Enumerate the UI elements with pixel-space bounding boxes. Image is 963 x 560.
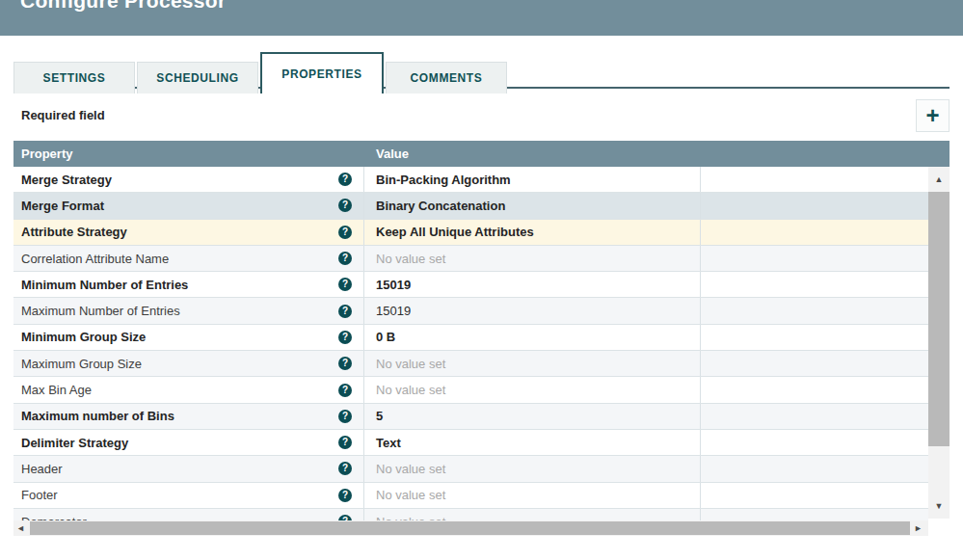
- property-name: Correlation Attribute Name: [21, 252, 338, 266]
- property-value-cell[interactable]: No value set: [364, 246, 701, 271]
- table-row[interactable]: Minimum Number of Entries ? 15019: [13, 272, 928, 298]
- property-name: Maximum Number of Entries: [21, 304, 338, 318]
- property-name: Max Bin Age: [21, 383, 338, 397]
- tab-settings[interactable]: SETTINGS: [13, 62, 135, 93]
- property-name-cell: Footer ?: [13, 483, 364, 508]
- property-name: Header: [21, 462, 338, 476]
- help-icon[interactable]: ?: [338, 489, 352, 502]
- horizontal-scrollbar-thumb[interactable]: [30, 521, 910, 535]
- property-name-cell: Delimiter Strategy ?: [13, 430, 364, 455]
- property-name: Maximum Group Size: [21, 357, 338, 371]
- table-row[interactable]: Correlation Attribute Name ? No value se…: [13, 246, 928, 272]
- help-icon[interactable]: ?: [338, 410, 352, 423]
- property-value: No value set: [376, 462, 445, 476]
- vertical-scrollbar[interactable]: ▲ ▼: [928, 167, 950, 519]
- help-icon[interactable]: ?: [338, 226, 352, 239]
- property-name-cell: Maximum number of Bins ?: [13, 404, 364, 429]
- property-name-cell: Minimum Group Size ?: [13, 325, 364, 350]
- property-name-cell: Merge Format ?: [13, 193, 364, 218]
- row-filler: [701, 483, 928, 508]
- table-row[interactable]: Maximum Group Size ? No value set: [13, 351, 928, 377]
- row-filler: [701, 246, 928, 271]
- scroll-right-icon[interactable]: ►: [914, 520, 923, 536]
- horizontal-scrollbar[interactable]: ◄ ►: [13, 520, 928, 536]
- help-icon[interactable]: ?: [338, 331, 352, 344]
- table-header-row: Property Value: [13, 141, 950, 167]
- property-name-cell: Maximum Group Size ?: [13, 351, 364, 376]
- property-name: Footer: [21, 488, 338, 502]
- help-icon[interactable]: ?: [338, 436, 352, 449]
- row-filler: [701, 456, 928, 481]
- scroll-up-icon[interactable]: ▲: [928, 167, 950, 192]
- table-row[interactable]: Demarcator ? No value set: [13, 509, 928, 520]
- help-icon[interactable]: ?: [338, 199, 352, 212]
- property-value-cell[interactable]: 15019: [364, 272, 701, 297]
- property-value: Binary Concatenation: [376, 199, 505, 213]
- row-filler: [701, 298, 928, 323]
- help-icon[interactable]: ?: [338, 305, 352, 318]
- property-name: Attribute Strategy: [21, 225, 338, 239]
- scroll-left-icon[interactable]: ◄: [16, 520, 25, 536]
- property-value-cell[interactable]: 0 B: [364, 325, 701, 350]
- row-filler: [701, 325, 928, 350]
- property-value: Text: [376, 436, 401, 450]
- property-name-cell: Attribute Strategy ?: [13, 220, 364, 245]
- table-row[interactable]: Merge Format ? Binary Concatenation: [13, 193, 928, 219]
- tab-bar: SETTINGS SCHEDULING PROPERTIES COMMENTS: [13, 52, 507, 93]
- tab-properties[interactable]: PROPERTIES: [260, 52, 384, 93]
- property-name-cell: Minimum Number of Entries ?: [13, 272, 364, 297]
- property-value-cell[interactable]: Binary Concatenation: [364, 193, 701, 218]
- property-value-cell[interactable]: No value set: [364, 456, 701, 481]
- help-icon[interactable]: ?: [338, 278, 352, 291]
- help-icon[interactable]: ?: [338, 252, 352, 265]
- row-filler: [701, 404, 928, 429]
- table-row[interactable]: Maximum number of Bins ? 5: [13, 404, 928, 430]
- scroll-down-icon[interactable]: ▼: [928, 495, 950, 517]
- property-name-cell: Demarcator ?: [13, 509, 364, 520]
- property-value-cell[interactable]: 15019: [364, 298, 701, 323]
- property-value-cell[interactable]: No value set: [364, 377, 701, 402]
- table-row[interactable]: Header ? No value set: [13, 456, 928, 482]
- row-filler: [701, 377, 928, 402]
- property-value-cell[interactable]: Keep All Unique Attributes: [364, 220, 701, 245]
- property-value-cell[interactable]: No value set: [364, 351, 701, 376]
- row-filler: [701, 509, 928, 520]
- table-row[interactable]: Footer ? No value set: [13, 483, 928, 509]
- row-filler: [701, 220, 928, 245]
- table-row[interactable]: Max Bin Age ? No value set: [13, 377, 928, 403]
- property-value: Bin-Packing Algorithm: [376, 173, 511, 187]
- property-value: Keep All Unique Attributes: [376, 225, 534, 239]
- property-value: 15019: [376, 304, 411, 318]
- property-value: No value set: [376, 488, 445, 502]
- column-header-property: Property: [13, 147, 364, 161]
- help-icon[interactable]: ?: [338, 357, 352, 370]
- property-value-cell[interactable]: Bin-Packing Algorithm: [364, 167, 701, 192]
- property-name: Merge Strategy: [21, 173, 338, 187]
- table-row[interactable]: Merge Strategy ? Bin-Packing Algorithm: [13, 167, 928, 193]
- property-name: Delimiter Strategy: [21, 436, 338, 450]
- property-name-cell: Correlation Attribute Name ?: [13, 246, 364, 271]
- property-value-cell[interactable]: No value set: [364, 509, 701, 520]
- vertical-scrollbar-thumb[interactable]: [928, 192, 950, 446]
- property-name-cell: Merge Strategy ?: [13, 167, 364, 192]
- row-filler: [701, 193, 928, 218]
- help-icon[interactable]: ?: [338, 462, 352, 475]
- help-icon[interactable]: ?: [338, 173, 352, 186]
- property-name: Maximum number of Bins: [21, 409, 338, 423]
- table-row[interactable]: Maximum Number of Entries ? 15019: [13, 298, 928, 324]
- row-filler: [701, 351, 928, 376]
- table-row[interactable]: Delimiter Strategy ? Text: [13, 430, 928, 456]
- property-name: Minimum Number of Entries: [21, 278, 338, 292]
- help-icon[interactable]: ?: [338, 384, 352, 397]
- tab-comments[interactable]: COMMENTS: [386, 62, 507, 93]
- row-filler: [701, 272, 928, 297]
- tab-scheduling[interactable]: SCHEDULING: [137, 62, 258, 93]
- add-property-button[interactable]: +: [916, 99, 950, 132]
- property-value: No value set: [376, 383, 445, 397]
- table-row[interactable]: Minimum Group Size ? 0 B: [13, 325, 928, 351]
- property-value-cell[interactable]: Text: [364, 430, 701, 455]
- property-value-cell[interactable]: No value set: [364, 483, 701, 508]
- property-value-cell[interactable]: 5: [364, 404, 701, 429]
- table-row[interactable]: Attribute Strategy ? Keep All Unique Att…: [13, 220, 928, 246]
- property-name-cell: Max Bin Age ?: [13, 377, 364, 402]
